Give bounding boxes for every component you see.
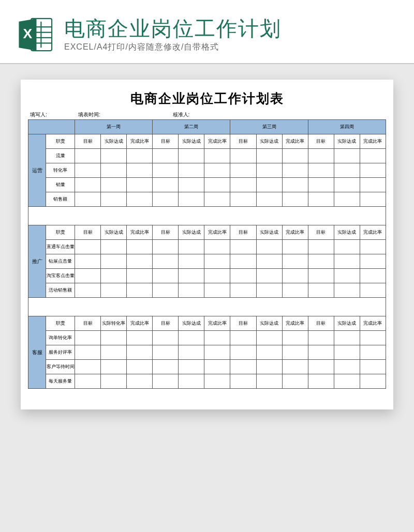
data-cell[interactable] <box>127 178 153 192</box>
data-cell[interactable] <box>127 331 153 345</box>
data-cell[interactable] <box>153 269 179 283</box>
data-cell[interactable] <box>179 240 204 254</box>
data-cell[interactable] <box>127 345 153 360</box>
data-cell[interactable] <box>101 283 127 298</box>
data-cell[interactable] <box>153 240 179 254</box>
data-cell[interactable] <box>204 331 230 345</box>
data-cell[interactable] <box>153 192 179 207</box>
data-cell[interactable] <box>282 149 308 163</box>
data-cell[interactable] <box>127 283 153 298</box>
data-cell[interactable] <box>230 254 256 269</box>
data-cell[interactable] <box>101 269 127 283</box>
data-cell[interactable] <box>101 192 127 207</box>
data-cell[interactable] <box>360 149 386 163</box>
data-cell[interactable] <box>101 163 127 178</box>
data-cell[interactable] <box>204 178 230 192</box>
data-cell[interactable] <box>308 374 334 389</box>
data-cell[interactable] <box>127 192 153 207</box>
data-cell[interactable] <box>179 345 204 360</box>
data-cell[interactable] <box>153 374 179 389</box>
data-cell[interactable] <box>334 331 360 345</box>
data-cell[interactable] <box>179 283 204 298</box>
data-cell[interactable] <box>204 240 230 254</box>
data-cell[interactable] <box>282 374 308 389</box>
data-cell[interactable] <box>204 345 230 360</box>
data-cell[interactable] <box>308 240 334 254</box>
data-cell[interactable] <box>75 374 101 389</box>
data-cell[interactable] <box>360 254 386 269</box>
data-cell[interactable] <box>256 178 282 192</box>
data-cell[interactable] <box>127 269 153 283</box>
data-cell[interactable] <box>75 149 101 163</box>
data-cell[interactable] <box>308 178 334 192</box>
data-cell[interactable] <box>308 254 334 269</box>
data-cell[interactable] <box>360 163 386 178</box>
data-cell[interactable] <box>127 360 153 374</box>
data-cell[interactable] <box>230 269 256 283</box>
data-cell[interactable] <box>308 283 334 298</box>
data-cell[interactable] <box>334 178 360 192</box>
data-cell[interactable] <box>308 269 334 283</box>
data-cell[interactable] <box>282 269 308 283</box>
data-cell[interactable] <box>204 269 230 283</box>
data-cell[interactable] <box>360 192 386 207</box>
data-cell[interactable] <box>153 149 179 163</box>
data-cell[interactable] <box>308 149 334 163</box>
data-cell[interactable] <box>101 254 127 269</box>
data-cell[interactable] <box>334 149 360 163</box>
data-cell[interactable] <box>230 163 256 178</box>
data-cell[interactable] <box>153 178 179 192</box>
data-cell[interactable] <box>308 345 334 360</box>
data-cell[interactable] <box>360 283 386 298</box>
data-cell[interactable] <box>179 331 204 345</box>
data-cell[interactable] <box>360 345 386 360</box>
data-cell[interactable] <box>360 240 386 254</box>
data-cell[interactable] <box>75 254 101 269</box>
data-cell[interactable] <box>230 374 256 389</box>
data-cell[interactable] <box>75 283 101 298</box>
data-cell[interactable] <box>308 360 334 374</box>
data-cell[interactable] <box>256 163 282 178</box>
data-cell[interactable] <box>75 192 101 207</box>
data-cell[interactable] <box>256 374 282 389</box>
data-cell[interactable] <box>153 163 179 178</box>
data-cell[interactable] <box>334 283 360 298</box>
data-cell[interactable] <box>282 192 308 207</box>
data-cell[interactable] <box>230 360 256 374</box>
data-cell[interactable] <box>230 331 256 345</box>
data-cell[interactable] <box>127 163 153 178</box>
data-cell[interactable] <box>179 360 204 374</box>
data-cell[interactable] <box>230 149 256 163</box>
data-cell[interactable] <box>75 331 101 345</box>
data-cell[interactable] <box>153 283 179 298</box>
data-cell[interactable] <box>230 178 256 192</box>
data-cell[interactable] <box>179 192 204 207</box>
data-cell[interactable] <box>75 163 101 178</box>
data-cell[interactable] <box>101 240 127 254</box>
data-cell[interactable] <box>127 254 153 269</box>
data-cell[interactable] <box>282 345 308 360</box>
data-cell[interactable] <box>282 360 308 374</box>
data-cell[interactable] <box>127 149 153 163</box>
data-cell[interactable] <box>282 254 308 269</box>
data-cell[interactable] <box>204 283 230 298</box>
data-cell[interactable] <box>282 178 308 192</box>
data-cell[interactable] <box>127 374 153 389</box>
data-cell[interactable] <box>153 360 179 374</box>
data-cell[interactable] <box>153 254 179 269</box>
data-cell[interactable] <box>282 331 308 345</box>
data-cell[interactable] <box>334 192 360 207</box>
data-cell[interactable] <box>256 192 282 207</box>
data-cell[interactable] <box>360 331 386 345</box>
data-cell[interactable] <box>101 331 127 345</box>
data-cell[interactable] <box>101 345 127 360</box>
data-cell[interactable] <box>360 269 386 283</box>
data-cell[interactable] <box>204 192 230 207</box>
data-cell[interactable] <box>75 240 101 254</box>
data-cell[interactable] <box>334 254 360 269</box>
data-cell[interactable] <box>334 345 360 360</box>
data-cell[interactable] <box>101 360 127 374</box>
data-cell[interactable] <box>360 178 386 192</box>
data-cell[interactable] <box>256 283 282 298</box>
data-cell[interactable] <box>75 178 101 192</box>
